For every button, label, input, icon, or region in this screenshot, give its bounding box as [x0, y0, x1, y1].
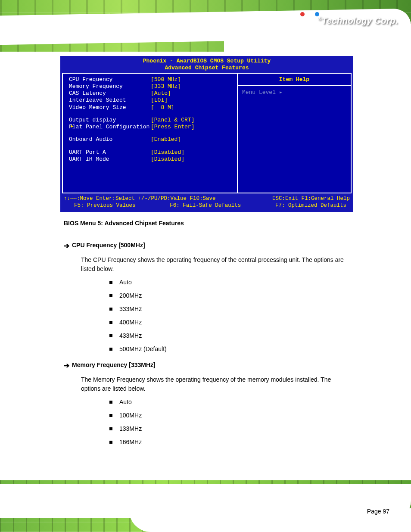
list-item: 333MHz: [109, 305, 348, 314]
list-item: 500MHz (Default): [109, 345, 348, 354]
bios-row-onboard-audio[interactable]: Onboard Audio [Enabled]: [69, 136, 233, 143]
logo-registered: ®: [318, 16, 321, 22]
list-item: Auto: [109, 398, 348, 407]
logo-bar-1: [301, 16, 305, 28]
bios-row-cas-latency[interactable]: CAS Latency [Auto]: [69, 90, 233, 97]
list-item: 166MHz: [109, 438, 348, 447]
bios-row-uart-ir-mode[interactable]: UART IR Mode [Disabled]: [69, 156, 233, 163]
memory-frequency-heading: ➔ Memory Frequency [333MHz]: [64, 361, 348, 371]
bios-row-interleave-select[interactable]: Interleave Select [LOI]: [69, 97, 233, 104]
list-item: 133MHz: [109, 424, 348, 433]
bullet-icon: [109, 334, 112, 337]
bios-screenshot: Phoenix - AwardBIOS CMOS Setup Utility A…: [60, 56, 353, 212]
bios-footer-keys: ↑↓→←:Move Enter:Select +/-/PU/PD:Value F…: [61, 194, 352, 212]
bullet-icon: [109, 294, 112, 297]
bios-footer-left: ↑↓→←:Move Enter:Select +/-/PU/PD:Value F…: [64, 195, 216, 202]
bullet-icon: [109, 308, 112, 311]
bullet-icon: [109, 281, 112, 284]
document-body: BIOS Menu 5: Advanced Chipset Features ➔…: [64, 219, 348, 451]
bios-title-line1: Phoenix - AwardBIOS CMOS Setup Utility: [61, 58, 352, 65]
bios-row-flat-panel-config[interactable]: ▶ Flat Panel Configuration [Press Enter]: [69, 124, 233, 131]
list-item: 433MHz: [109, 331, 348, 340]
list-item: 400MHz: [109, 318, 348, 327]
list-item: 100MHz: [109, 411, 348, 420]
arrow-icon: ➔: [64, 241, 69, 251]
brand-text: Technology Corp.: [322, 16, 398, 25]
figure-caption: BIOS Menu 5: Advanced Chipset Features: [64, 219, 348, 228]
bios-footer-f6: F6: Fail-Safe Defaults: [170, 202, 241, 209]
list-item: Auto: [109, 278, 348, 287]
submenu-caret-icon: ▶: [71, 124, 74, 130]
logo-bar-2: [306, 13, 310, 28]
cpu-frequency-heading: ➔ CPU Frequency [500MHz]: [64, 241, 348, 251]
arrow-icon: ➔: [64, 361, 69, 371]
bios-footer-f5: F5: Previous Values: [74, 202, 136, 209]
logo-bar-3: [311, 19, 315, 28]
logo-dot-red: [300, 12, 305, 16]
memory-frequency-options: Auto 100MHz 133MHz 166MHz: [109, 398, 348, 447]
bios-row-output-display[interactable]: Output display [Panel & CRT]: [69, 117, 233, 124]
bullet-icon: [109, 401, 112, 404]
cpu-frequency-options: Auto 200MHz 333MHz 400MHz 433MHz 500MHz …: [109, 278, 348, 354]
page-number: Page 97: [367, 508, 389, 515]
bios-row-memory-frequency[interactable]: Memory Frequency [333 MHz]: [69, 83, 233, 90]
bios-footer-right: ESC:Exit F1:General Help: [272, 195, 350, 202]
bullet-icon: [109, 321, 112, 324]
bios-title-line2: Advanced Chipset Features: [61, 65, 352, 72]
bios-footer-f7: F7: Optimized Defaults: [275, 202, 346, 209]
bios-row-uart-port-a[interactable]: UART Port A [Disabled]: [69, 149, 233, 156]
cpu-frequency-desc: The CPU Frequency shows the operating fr…: [81, 255, 348, 274]
bullet-icon: [109, 441, 112, 444]
bullet-icon: [109, 414, 112, 417]
bios-help-body: Menu Level ▸: [242, 89, 283, 96]
bios-help-panel: Item Help Menu Level ▸: [238, 74, 351, 193]
brand-logo: ®Technology Corp.: [301, 13, 398, 28]
bios-settings-panel: CPU Frequency [500 MHz] Memory Frequency…: [63, 74, 238, 193]
list-item: 200MHz: [109, 291, 348, 300]
bios-row-cpu-frequency[interactable]: CPU Frequency [500 MHz]: [69, 76, 233, 83]
bullet-icon: [109, 427, 112, 430]
bios-row-video-memory-size[interactable]: Video Memory Size [ 8 M]: [69, 104, 233, 111]
bullet-icon: [109, 348, 112, 351]
memory-frequency-desc: The Memory Frequency shows the operating…: [81, 375, 348, 393]
bios-help-title: Item Help: [238, 74, 351, 86]
